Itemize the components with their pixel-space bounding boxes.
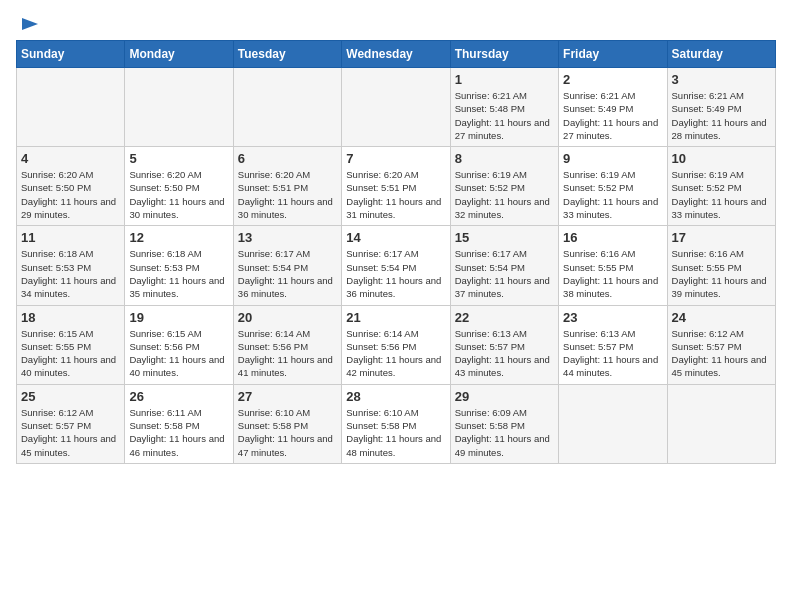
day-info: Sunrise: 6:15 AM Sunset: 5:55 PM Dayligh…	[21, 327, 120, 380]
day-number: 12	[129, 230, 228, 245]
calendar-cell: 18Sunrise: 6:15 AM Sunset: 5:55 PM Dayli…	[17, 305, 125, 384]
day-number: 11	[21, 230, 120, 245]
day-info: Sunrise: 6:18 AM Sunset: 5:53 PM Dayligh…	[129, 247, 228, 300]
calendar-cell: 3Sunrise: 6:21 AM Sunset: 5:49 PM Daylig…	[667, 68, 775, 147]
calendar-cell: 12Sunrise: 6:18 AM Sunset: 5:53 PM Dayli…	[125, 226, 233, 305]
day-info: Sunrise: 6:21 AM Sunset: 5:48 PM Dayligh…	[455, 89, 554, 142]
day-info: Sunrise: 6:17 AM Sunset: 5:54 PM Dayligh…	[238, 247, 337, 300]
calendar-cell: 14Sunrise: 6:17 AM Sunset: 5:54 PM Dayli…	[342, 226, 450, 305]
day-info: Sunrise: 6:14 AM Sunset: 5:56 PM Dayligh…	[238, 327, 337, 380]
day-number: 7	[346, 151, 445, 166]
calendar-cell: 19Sunrise: 6:15 AM Sunset: 5:56 PM Dayli…	[125, 305, 233, 384]
calendar-cell: 16Sunrise: 6:16 AM Sunset: 5:55 PM Dayli…	[559, 226, 667, 305]
day-number: 6	[238, 151, 337, 166]
day-number: 25	[21, 389, 120, 404]
day-number: 2	[563, 72, 662, 87]
calendar-cell: 6Sunrise: 6:20 AM Sunset: 5:51 PM Daylig…	[233, 147, 341, 226]
calendar-cell	[559, 384, 667, 463]
calendar-cell	[17, 68, 125, 147]
day-number: 3	[672, 72, 771, 87]
header-tuesday: Tuesday	[233, 41, 341, 68]
page-header	[16, 16, 776, 32]
day-info: Sunrise: 6:14 AM Sunset: 5:56 PM Dayligh…	[346, 327, 445, 380]
calendar-cell: 25Sunrise: 6:12 AM Sunset: 5:57 PM Dayli…	[17, 384, 125, 463]
calendar-cell	[667, 384, 775, 463]
day-info: Sunrise: 6:17 AM Sunset: 5:54 PM Dayligh…	[455, 247, 554, 300]
day-info: Sunrise: 6:20 AM Sunset: 5:51 PM Dayligh…	[238, 168, 337, 221]
day-info: Sunrise: 6:21 AM Sunset: 5:49 PM Dayligh…	[672, 89, 771, 142]
header-thursday: Thursday	[450, 41, 558, 68]
header-saturday: Saturday	[667, 41, 775, 68]
day-info: Sunrise: 6:19 AM Sunset: 5:52 PM Dayligh…	[455, 168, 554, 221]
calendar-cell: 21Sunrise: 6:14 AM Sunset: 5:56 PM Dayli…	[342, 305, 450, 384]
day-info: Sunrise: 6:09 AM Sunset: 5:58 PM Dayligh…	[455, 406, 554, 459]
calendar-table: SundayMondayTuesdayWednesdayThursdayFrid…	[16, 40, 776, 464]
calendar-week-3: 18Sunrise: 6:15 AM Sunset: 5:55 PM Dayli…	[17, 305, 776, 384]
day-info: Sunrise: 6:10 AM Sunset: 5:58 PM Dayligh…	[238, 406, 337, 459]
day-info: Sunrise: 6:19 AM Sunset: 5:52 PM Dayligh…	[672, 168, 771, 221]
day-info: Sunrise: 6:19 AM Sunset: 5:52 PM Dayligh…	[563, 168, 662, 221]
svg-marker-0	[22, 18, 38, 30]
day-number: 24	[672, 310, 771, 325]
calendar-cell: 20Sunrise: 6:14 AM Sunset: 5:56 PM Dayli…	[233, 305, 341, 384]
day-info: Sunrise: 6:21 AM Sunset: 5:49 PM Dayligh…	[563, 89, 662, 142]
header-wednesday: Wednesday	[342, 41, 450, 68]
day-number: 23	[563, 310, 662, 325]
calendar-cell: 27Sunrise: 6:10 AM Sunset: 5:58 PM Dayli…	[233, 384, 341, 463]
calendar-week-0: 1Sunrise: 6:21 AM Sunset: 5:48 PM Daylig…	[17, 68, 776, 147]
day-info: Sunrise: 6:13 AM Sunset: 5:57 PM Dayligh…	[563, 327, 662, 380]
calendar-cell: 29Sunrise: 6:09 AM Sunset: 5:58 PM Dayli…	[450, 384, 558, 463]
day-info: Sunrise: 6:20 AM Sunset: 5:51 PM Dayligh…	[346, 168, 445, 221]
calendar-cell: 28Sunrise: 6:10 AM Sunset: 5:58 PM Dayli…	[342, 384, 450, 463]
day-number: 17	[672, 230, 771, 245]
calendar-cell	[125, 68, 233, 147]
day-number: 26	[129, 389, 228, 404]
calendar-week-4: 25Sunrise: 6:12 AM Sunset: 5:57 PM Dayli…	[17, 384, 776, 463]
day-number: 22	[455, 310, 554, 325]
day-number: 5	[129, 151, 228, 166]
calendar-cell: 8Sunrise: 6:19 AM Sunset: 5:52 PM Daylig…	[450, 147, 558, 226]
day-number: 21	[346, 310, 445, 325]
calendar-cell: 13Sunrise: 6:17 AM Sunset: 5:54 PM Dayli…	[233, 226, 341, 305]
calendar-cell: 10Sunrise: 6:19 AM Sunset: 5:52 PM Dayli…	[667, 147, 775, 226]
day-number: 9	[563, 151, 662, 166]
calendar-cell: 26Sunrise: 6:11 AM Sunset: 5:58 PM Dayli…	[125, 384, 233, 463]
day-info: Sunrise: 6:12 AM Sunset: 5:57 PM Dayligh…	[21, 406, 120, 459]
calendar-cell: 24Sunrise: 6:12 AM Sunset: 5:57 PM Dayli…	[667, 305, 775, 384]
calendar-week-1: 4Sunrise: 6:20 AM Sunset: 5:50 PM Daylig…	[17, 147, 776, 226]
day-info: Sunrise: 6:20 AM Sunset: 5:50 PM Dayligh…	[21, 168, 120, 221]
calendar-cell	[342, 68, 450, 147]
calendar-header-row: SundayMondayTuesdayWednesdayThursdayFrid…	[17, 41, 776, 68]
day-info: Sunrise: 6:16 AM Sunset: 5:55 PM Dayligh…	[563, 247, 662, 300]
day-info: Sunrise: 6:11 AM Sunset: 5:58 PM Dayligh…	[129, 406, 228, 459]
day-number: 8	[455, 151, 554, 166]
calendar-cell: 9Sunrise: 6:19 AM Sunset: 5:52 PM Daylig…	[559, 147, 667, 226]
calendar-cell: 11Sunrise: 6:18 AM Sunset: 5:53 PM Dayli…	[17, 226, 125, 305]
day-number: 29	[455, 389, 554, 404]
calendar-cell: 5Sunrise: 6:20 AM Sunset: 5:50 PM Daylig…	[125, 147, 233, 226]
day-info: Sunrise: 6:18 AM Sunset: 5:53 PM Dayligh…	[21, 247, 120, 300]
calendar-cell: 17Sunrise: 6:16 AM Sunset: 5:55 PM Dayli…	[667, 226, 775, 305]
header-monday: Monday	[125, 41, 233, 68]
calendar-week-2: 11Sunrise: 6:18 AM Sunset: 5:53 PM Dayli…	[17, 226, 776, 305]
day-number: 15	[455, 230, 554, 245]
day-info: Sunrise: 6:15 AM Sunset: 5:56 PM Dayligh…	[129, 327, 228, 380]
calendar-cell: 4Sunrise: 6:20 AM Sunset: 5:50 PM Daylig…	[17, 147, 125, 226]
day-info: Sunrise: 6:12 AM Sunset: 5:57 PM Dayligh…	[672, 327, 771, 380]
day-number: 18	[21, 310, 120, 325]
day-number: 14	[346, 230, 445, 245]
day-info: Sunrise: 6:20 AM Sunset: 5:50 PM Dayligh…	[129, 168, 228, 221]
day-number: 19	[129, 310, 228, 325]
day-info: Sunrise: 6:10 AM Sunset: 5:58 PM Dayligh…	[346, 406, 445, 459]
day-number: 10	[672, 151, 771, 166]
day-number: 28	[346, 389, 445, 404]
header-friday: Friday	[559, 41, 667, 68]
calendar-cell: 15Sunrise: 6:17 AM Sunset: 5:54 PM Dayli…	[450, 226, 558, 305]
day-number: 1	[455, 72, 554, 87]
logo	[16, 16, 40, 32]
calendar-cell: 22Sunrise: 6:13 AM Sunset: 5:57 PM Dayli…	[450, 305, 558, 384]
day-info: Sunrise: 6:16 AM Sunset: 5:55 PM Dayligh…	[672, 247, 771, 300]
day-number: 16	[563, 230, 662, 245]
calendar-cell: 23Sunrise: 6:13 AM Sunset: 5:57 PM Dayli…	[559, 305, 667, 384]
calendar-cell	[233, 68, 341, 147]
